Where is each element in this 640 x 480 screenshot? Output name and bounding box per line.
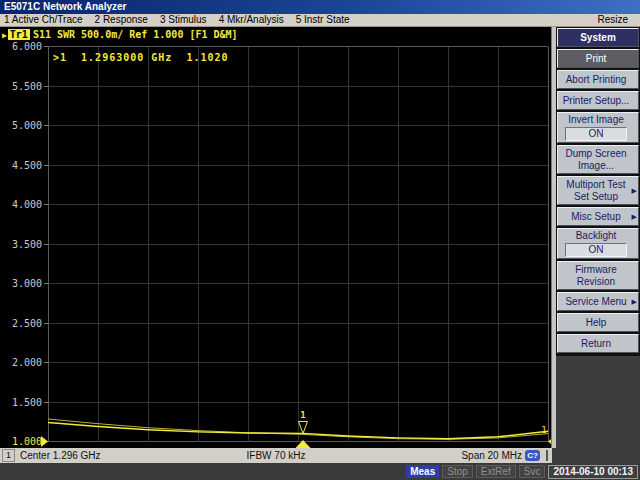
y-axis-tick-label: 3.000 <box>12 278 42 289</box>
submenu-arrow-icon: ▶ <box>632 185 637 197</box>
softkey-toggle-state: ON <box>565 243 627 257</box>
softkey-button-invert-image[interactable]: Invert ImageON <box>557 112 639 143</box>
trace-header-text: S11 SWR 500.0m/ Ref 1.000 [F1 D&M] <box>33 29 238 40</box>
status-indicator-meas: Meas <box>406 465 439 478</box>
softkey-menu-header: System <box>557 28 639 47</box>
status-bar: Meas Stop ExtRef Svc 2014-06-10 00:13 <box>0 463 640 480</box>
menu-item-resize[interactable]: Resize <box>593 14 636 26</box>
softkey-label: Backlight <box>560 230 632 242</box>
softkey-label: Abort Printing <box>560 74 632 86</box>
softkey-button-dump-screen-image[interactable]: Dump Screen Image... <box>557 145 639 174</box>
instrument-screen: E5071C Network Analyzer 1 Active Ch/Trac… <box>0 0 640 480</box>
softkey-button-multiport-test-set-setup[interactable]: Multiport Test Set Setup▶ <box>557 176 639 205</box>
strip-end-bar <box>546 450 548 461</box>
softkey-label: Return <box>560 338 632 350</box>
status-indicator-svc: Svc <box>519 465 546 478</box>
softkey-sidebar: System PrintAbort PrintingPrinter Setup.… <box>556 27 640 448</box>
y-axis-tick-label: 5.500 <box>12 81 42 92</box>
trace-end-label: 1 <box>541 425 546 435</box>
softkey-button-printer-setup[interactable]: Printer Setup... <box>557 91 639 110</box>
y-axis-tick-label: 2.000 <box>12 357 42 368</box>
softkey-button-abort-printing[interactable]: Abort Printing <box>557 70 639 89</box>
graph-svg: 6.0005.5005.0004.5004.0003.5003.0002.500… <box>0 27 552 448</box>
marker-readout: >1 1.2963000 GHz 1.1020 <box>53 52 229 63</box>
softkey-button-misc-setup[interactable]: Misc Setup▶ <box>557 207 639 226</box>
y-axis-tick-label: 1.000 <box>12 436 42 447</box>
softkey-button-help[interactable]: Help <box>557 313 639 332</box>
datetime-display: 2014-06-10 00:13 <box>548 465 638 479</box>
corner-patch <box>552 448 640 463</box>
y-axis-tick-label: 6.000 <box>12 41 42 52</box>
marker-1-triangle-icon <box>299 421 308 433</box>
softkey-label: Misc Setup <box>560 211 632 223</box>
trace-id-badge: Tr1 <box>8 29 30 40</box>
softkey-label: Service Menu <box>560 296 632 308</box>
stimulus-status-strip: 1 Center 1.296 GHz IFBW 70 kHz Span 20 M… <box>0 448 552 463</box>
menu-item-1-active-ch-trace[interactable]: 1 Active Ch/Trace <box>0 14 91 26</box>
softkey-button-service-menu[interactable]: Service Menu▶ <box>557 292 639 311</box>
softkey-label: Multiport Test Set Setup <box>560 179 632 203</box>
status-indicator-extref: ExtRef <box>476 465 516 478</box>
softkey-button-print[interactable]: Print <box>557 49 639 68</box>
softkey-label: Firmware Revision <box>560 264 632 288</box>
softkey-button-firmware-revision[interactable]: Firmware Revision <box>557 261 639 290</box>
title-bar: E5071C Network Analyzer <box>0 0 640 14</box>
softkey-toggle-state: ON <box>565 127 627 141</box>
menu-item-2-response[interactable]: 2 Response <box>91 14 156 26</box>
menu-bar: 1 Active Ch/Trace2 Response3 Stimulus4 M… <box>0 14 640 27</box>
marker-1-number-label: 1 <box>300 410 305 420</box>
trace-header[interactable]: ▶Tr1S11 SWR 500.0m/ Ref 1.000 [F1 D&M] <box>2 29 238 40</box>
softkey-label: Dump Screen Image... <box>560 148 632 172</box>
softkey-label: Invert Image <box>560 114 632 126</box>
y-axis-tick-label: 1.500 <box>12 397 42 408</box>
y-axis-tick-label: 2.500 <box>12 318 42 329</box>
status-indicator-stop: Stop <box>442 465 473 478</box>
softkey-label: Print <box>560 53 632 65</box>
y-axis-tick-label: 4.000 <box>12 199 42 210</box>
y-axis-tick-label: 3.500 <box>12 239 42 250</box>
center-frequency-label: Center 1.296 GHz <box>20 448 101 463</box>
ifbw-label: IFBW 70 kHz <box>247 448 306 463</box>
submenu-arrow-icon: ▶ <box>632 211 637 223</box>
softkey-label: Help <box>560 317 632 329</box>
ref-level-arrow-left-icon <box>41 436 48 447</box>
y-axis-tick-label: 5.000 <box>12 120 42 131</box>
window-title: E5071C Network Analyzer <box>4 1 126 12</box>
softkey-button-backlight[interactable]: BacklightON <box>557 228 639 259</box>
sidebar-filler <box>556 356 640 448</box>
submenu-arrow-icon: ▶ <box>632 296 637 308</box>
active-trace-arrow-icon: ▶ <box>2 31 7 40</box>
span-label: Span 20 MHz <box>461 448 522 463</box>
y-axis-tick-label: 4.500 <box>12 160 42 171</box>
menu-item-3-stimulus[interactable]: 3 Stimulus <box>156 14 215 26</box>
softkey-label: Printer Setup... <box>560 95 632 107</box>
channel-number-badge: 1 <box>2 449 15 462</box>
menu-item-4-mkr-analysis[interactable]: 4 Mkr/Analysis <box>215 14 292 26</box>
continuous-sweep-icon: C? <box>525 450 540 461</box>
graph-window: 6.0005.5005.0004.5004.0003.5003.0002.500… <box>0 27 552 448</box>
menu-item-5-instr-state[interactable]: 5 Instr State <box>292 14 358 26</box>
softkey-button-return[interactable]: Return <box>557 334 639 353</box>
